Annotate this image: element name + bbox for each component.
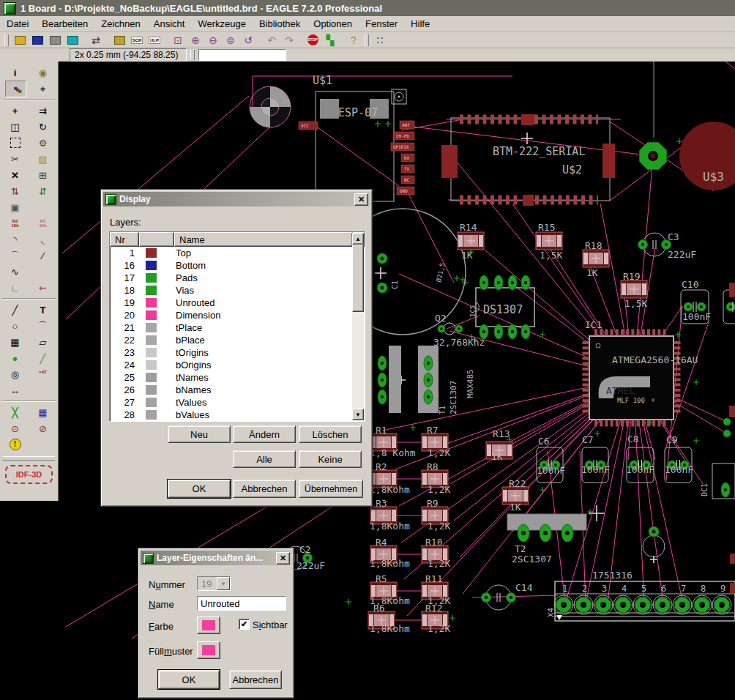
layer-color-swatch[interactable] [146,273,157,283]
rect-tool[interactable]: ▦ [5,335,25,350]
hole-tool[interactable]: ◎ [5,367,25,382]
layer-row-Bottom[interactable]: 16Bottom [110,259,353,272]
cut-tool[interactable]: ✂ [5,152,25,167]
layer-row-Pads[interactable]: 17Pads [110,272,353,284]
wire-tool[interactable]: ╱ [5,302,25,318]
fuellmuster-color-button[interactable] [197,641,220,659]
menu-werkzeuge[interactable]: Werkzeuge [191,17,253,31]
display-layers-tool[interactable]: ■ [5,81,26,97]
delete-tool[interactable]: ✕ [5,168,25,183]
uebernehmen-button[interactable]: Übernehmen [299,480,363,498]
abbrechen-button[interactable]: Abbrechen [233,480,296,498]
layer-color-swatch[interactable] [146,323,157,332]
layer-color-swatch[interactable] [146,360,157,370]
layer-row-tOrigins[interactable]: 23tOrigins [110,346,353,359]
undo-button[interactable]: ↶ [263,33,280,48]
info-tool[interactable]: i [5,65,25,81]
change-wrench-tool[interactable]: ⚙ [33,135,53,151]
zoom-select-button[interactable]: ⊜ [222,33,239,48]
layer-name-input[interactable] [197,596,286,611]
menu-zeichnen[interactable]: Zeichnen [94,17,146,31]
cam-processor-button[interactable] [64,33,81,48]
layer-color-swatch[interactable] [146,261,157,270]
layer-row-bNames[interactable]: 26bNames [110,384,353,396]
zoom-fit-button[interactable]: ⊡ [169,33,187,48]
add-part-tool[interactable]: ⊞ [33,168,53,183]
paste-tool[interactable]: ▨ [33,152,53,167]
drc-tool[interactable]: ⊘ [33,421,53,436]
circle-tool[interactable]: ○ [5,319,25,334]
layer-color-swatch[interactable] [146,410,157,420]
props-abbrechen-button[interactable]: Abbrechen [229,670,282,689]
col-header-name[interactable]: Name [174,232,353,247]
menu-bearbeiten[interactable]: Bearbeiten [35,17,94,31]
rotate-tool[interactable]: ↻ [33,119,53,135]
loeschen-button[interactable]: Löschen [299,425,362,443]
idf3d-button[interactable]: IDF-3D [5,465,53,484]
layer-row-Dimension[interactable]: 20Dimension [110,309,353,321]
ripup-tool[interactable]: ⇜ [33,280,53,296]
layer-row-bValues[interactable]: 28bValues [110,409,353,421]
pinswap-tool[interactable]: ⇅ [5,184,25,199]
col-header-color[interactable] [139,232,174,247]
run-ulp-button[interactable]: ULP [146,33,163,48]
miter-round-tool[interactable]: ◟ [33,232,53,247]
menu-bibliothek[interactable]: Bibliothek [253,17,307,31]
layer-props-close-button[interactable]: ✕ [276,552,290,565]
display-dialog-titlebar[interactable]: Display ✕ [103,192,370,206]
route-tool[interactable]: ∟ [5,280,25,296]
toolbar-handle[interactable] [365,34,369,46]
layer-color-swatch[interactable] [146,398,157,407]
chevron-down-icon[interactable]: ▼ [217,577,230,590]
attribute-tool[interactable]: >AT [33,367,53,382]
layer-row-tNames[interactable]: 25tNames [110,371,353,384]
layer-row-tPlace[interactable]: 21tPlace [110,321,353,334]
menu-fenster[interactable]: Fenster [359,17,404,31]
mirror-tool[interactable]: ◫ [5,119,25,135]
copy-tool[interactable]: ⇉ [33,103,53,119]
lock-tool[interactable]: ▣ [5,200,25,215]
layer-color-swatch[interactable] [146,385,157,395]
sichtbar-checkbox[interactable]: ✔ [239,619,250,630]
layer-row-Vias[interactable]: 18Vias [110,284,353,297]
alle-button[interactable]: Alle [233,450,296,468]
nummer-combobox[interactable]: 19 ▼ [197,576,231,591]
via-tool[interactable]: ● [5,351,25,366]
palette-resize-handle[interactable] [3,456,55,461]
meander-tool[interactable]: ∿ [5,264,25,280]
mark-tool[interactable]: ⌖ [33,81,53,97]
col-header-nr[interactable]: Nr [110,232,139,247]
menu-hilfe[interactable]: Hilfe [404,17,436,31]
toolbar-handle[interactable] [4,34,9,46]
help-button[interactable]: ? [345,33,362,48]
layer-color-swatch[interactable] [146,248,157,258]
go-button[interactable]: ▚ [321,33,339,48]
arc-tool[interactable]: ⌒ [33,319,53,334]
library-button[interactable] [111,33,128,48]
signal-tool[interactable]: ╱ [33,351,53,366]
miter-tool[interactable]: ◝ [5,232,25,247]
layer-color-swatch[interactable] [146,310,157,320]
redo-button[interactable]: ↷ [280,33,298,48]
scroll-up-button[interactable]: ▲ [352,233,364,245]
zoom-redraw-button[interactable]: ↺ [239,33,257,48]
menu-datei[interactable]: Datei [0,17,35,31]
layer-color-swatch[interactable] [146,286,157,295]
grid-button[interactable]: ∷ [371,33,389,48]
text-tool[interactable]: T [33,302,53,318]
autorouter-tool[interactable]: ▦ [33,405,53,420]
command-input[interactable] [198,49,286,61]
scroll-thumb[interactable] [352,245,364,312]
stop-button[interactable]: STOP [304,33,321,48]
display-dialog-close-button[interactable]: ✕ [354,193,368,206]
smash-tool[interactable]: R210k [33,216,53,231]
zoom-in-button[interactable]: ⊕ [187,33,204,48]
title-bar[interactable]: 1 Board - D:\Projekte_NoBackup\EAGLE\unt… [0,0,735,16]
menu-optionen[interactable]: Optionen [307,17,359,31]
run-script-button[interactable]: SCR [128,33,146,48]
keine-button[interactable]: Keine [299,450,362,468]
zoom-out-button[interactable]: ⊖ [204,33,222,48]
ratsnest-tool[interactable]: ╳ [5,405,25,420]
layer-row-bPlace[interactable]: 22bPlace [110,334,353,346]
layers-scrollbar[interactable]: ▲ ▼ [352,233,364,420]
